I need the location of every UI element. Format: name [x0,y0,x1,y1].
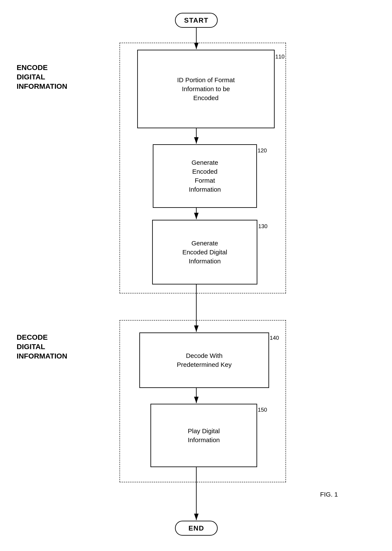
box-150-label: Play DigitalInformation [186,425,222,447]
ref-110: 110 [275,53,284,60]
box-130: GenerateEncoded DigitalInformation [152,220,257,285]
box-120: GenerateEncodedFormatInformation [153,144,257,208]
end-node: END [175,521,218,536]
diagram-container: START ID Portion of FormatInformation to… [0,0,392,551]
ref-140: 140 [270,335,279,341]
ref-120: 120 [258,147,267,154]
ref-130: 130 [258,223,267,230]
box-150: Play DigitalInformation [150,404,257,467]
end-label: END [189,524,204,532]
encode-region-label: ENCODEDIGITALINFORMATION [17,63,113,91]
box-140: Decode WithPredetermined Key [139,333,269,388]
box-110: ID Portion of FormatInformation to beEnc… [137,50,275,128]
box-120-label: GenerateEncodedFormatInformation [187,156,223,196]
figure-label: FIG. 1 [320,491,338,498]
start-label: START [184,16,209,24]
ref-150: 150 [258,406,267,413]
start-node: START [175,13,218,28]
box-140-label: Decode WithPredetermined Key [175,349,234,371]
decode-region-label: DECODEDIGITALINFORMATION [17,333,113,361]
box-110-label: ID Portion of FormatInformation to beEnc… [175,73,237,105]
fig-label-text: FIG. 1 [320,491,338,498]
box-130-label: GenerateEncoded DigitalInformation [180,237,229,268]
